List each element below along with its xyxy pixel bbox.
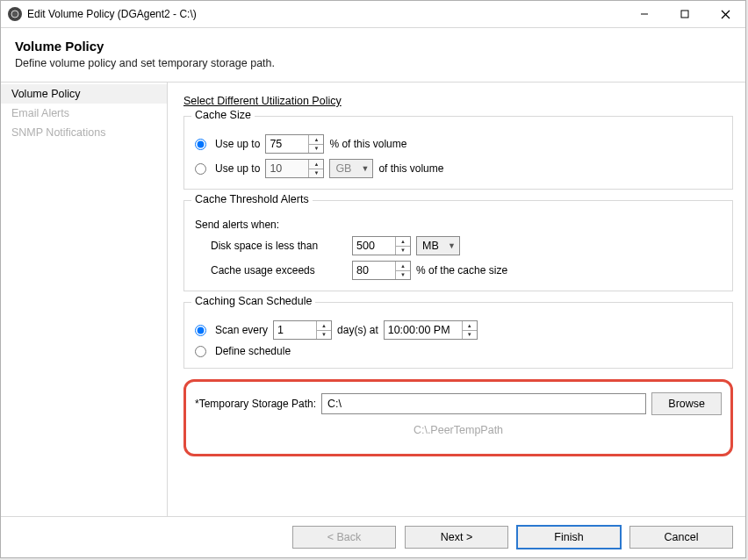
page-subtitle: Define volume policy and set temporary s…	[15, 57, 731, 69]
define-schedule-label: Define schedule	[215, 345, 291, 357]
cache-usage-spinner[interactable]: ▲▼	[352, 261, 411, 280]
sidebar-item-label: SNMP Notifications	[11, 126, 105, 139]
cache-size-percent-spinner[interactable]: ▲▼	[265, 134, 324, 154]
cache-size-percent-suffix: % of this volume	[329, 138, 406, 150]
sidebar-item-snmp-notifications[interactable]: SNMP Notifications	[1, 123, 167, 142]
spinner-buttons: ▲▼	[308, 160, 323, 177]
sidebar-item-label: Volume Policy	[11, 88, 81, 100]
cache-size-absolute-spinner: ▲▼	[265, 159, 324, 178]
cache-size-percent-label: Use up to	[215, 138, 260, 150]
cache-size-absolute-input	[266, 160, 308, 177]
cache-threshold-group: Cache Threshold Alerts Send alerts when:…	[183, 200, 733, 291]
content-panel: Select Different Utilization Policy Cach…	[168, 83, 745, 516]
chevron-up-icon[interactable]: ▲	[317, 321, 331, 331]
temp-storage-input[interactable]	[321, 393, 646, 414]
page-header: Volume Policy Define volume policy and s…	[1, 28, 745, 83]
combo-value: GB	[335, 162, 351, 175]
chevron-down-icon: ▼	[448, 241, 456, 250]
threshold-subheader: Send alerts when:	[195, 219, 722, 231]
chevron-up-icon[interactable]: ▲	[463, 321, 477, 331]
chevron-down-icon[interactable]: ▼	[396, 247, 410, 255]
scan-time-input[interactable]	[385, 321, 462, 339]
cache-usage-label: Cache usage exceeds	[211, 264, 347, 276]
disk-space-spinner[interactable]: ▲▼	[352, 236, 411, 255]
svg-point-0	[11, 11, 18, 18]
window: Edit Volume Policy (DGAgent2 - C:\) Volu…	[0, 0, 746, 558]
spinner-buttons[interactable]: ▲▼	[395, 262, 410, 279]
cache-size-group: Cache Size Use up to ▲▼ % of this volume…	[183, 116, 733, 190]
browse-button[interactable]: Browse	[651, 392, 722, 415]
footer: < Back Next > Finish Cancel	[1, 516, 745, 557]
cache-size-percent-input[interactable]	[266, 135, 308, 153]
body: Volume Policy Email Alerts SNMP Notifica…	[1, 83, 745, 516]
sidebar-item-email-alerts[interactable]: Email Alerts	[1, 104, 167, 123]
spinner-buttons[interactable]: ▲▼	[308, 135, 323, 153]
chevron-down-icon[interactable]: ▼	[309, 145, 323, 154]
combo-value: MB	[422, 240, 439, 252]
select-policy-link[interactable]: Select Different Utilization Policy	[183, 95, 342, 107]
cancel-button[interactable]: Cancel	[629, 526, 733, 549]
temp-storage-label: *Temporary Storage Path:	[195, 398, 316, 410]
back-button: < Back	[292, 526, 396, 549]
cache-size-percent-radio[interactable]	[195, 139, 206, 150]
chevron-up-icon[interactable]: ▲	[396, 262, 410, 271]
close-button[interactable]	[705, 1, 745, 27]
chevron-down-icon[interactable]: ▼	[463, 331, 477, 340]
cache-size-unit-combo: GB ▼	[329, 159, 373, 178]
spinner-buttons[interactable]: ▲▼	[462, 321, 477, 339]
group-title: Caching Scan Schedule	[191, 295, 315, 307]
scan-days-input[interactable]	[274, 321, 316, 339]
chevron-down-icon: ▼	[309, 169, 323, 178]
svg-rect-2	[681, 11, 688, 18]
temp-storage-highlight: *Temporary Storage Path: Browse C:\.Peer…	[183, 379, 733, 456]
cache-size-absolute-radio[interactable]	[195, 163, 206, 175]
define-schedule-radio[interactable]	[195, 346, 206, 357]
scan-days-spinner[interactable]: ▲▼	[273, 320, 332, 340]
disk-space-input[interactable]	[353, 237, 395, 255]
chevron-up-icon[interactable]: ▲	[309, 135, 323, 145]
cache-size-absolute-suffix: of this volume	[378, 162, 443, 175]
sidebar-item-label: Email Alerts	[11, 107, 69, 119]
window-controls	[624, 1, 745, 27]
cache-size-absolute-label: Use up to	[215, 162, 260, 175]
chevron-down-icon[interactable]: ▼	[317, 331, 331, 340]
spinner-buttons[interactable]: ▲▼	[395, 237, 410, 255]
app-icon	[8, 7, 22, 21]
page-title: Volume Policy	[15, 39, 731, 54]
group-title: Cache Threshold Alerts	[191, 193, 313, 205]
window-title: Edit Volume Policy (DGAgent2 - C:\)	[27, 8, 624, 20]
chevron-down-icon[interactable]: ▼	[396, 271, 410, 280]
chevron-up-icon[interactable]: ▲	[396, 237, 410, 247]
temp-storage-resolved: C:\.PeerTempPath	[195, 424, 722, 436]
scan-schedule-group: Caching Scan Schedule Scan every ▲▼ day(…	[183, 302, 733, 369]
minimize-button[interactable]	[624, 1, 665, 27]
disk-space-label: Disk space is less than	[211, 240, 347, 252]
cache-usage-input[interactable]	[353, 262, 395, 279]
spinner-buttons[interactable]: ▲▼	[316, 321, 331, 339]
next-button[interactable]: Next >	[405, 526, 508, 549]
scan-every-radio[interactable]	[195, 325, 206, 336]
sidebar: Volume Policy Email Alerts SNMP Notifica…	[1, 83, 168, 516]
chevron-up-icon: ▲	[309, 160, 323, 169]
chevron-down-icon: ▼	[361, 164, 369, 173]
finish-button[interactable]: Finish	[517, 526, 621, 549]
sidebar-item-volume-policy[interactable]: Volume Policy	[1, 84, 167, 104]
group-title: Cache Size	[191, 109, 255, 121]
scan-days-mid: day(s) at	[337, 324, 378, 336]
cache-usage-suffix: % of the cache size	[416, 264, 507, 276]
maximize-button[interactable]	[665, 1, 705, 27]
disk-space-unit-combo[interactable]: MB ▼	[416, 236, 460, 255]
scan-every-label: Scan every	[215, 324, 268, 336]
scan-time-spinner[interactable]: ▲▼	[384, 320, 478, 340]
titlebar: Edit Volume Policy (DGAgent2 - C:\)	[1, 1, 745, 28]
